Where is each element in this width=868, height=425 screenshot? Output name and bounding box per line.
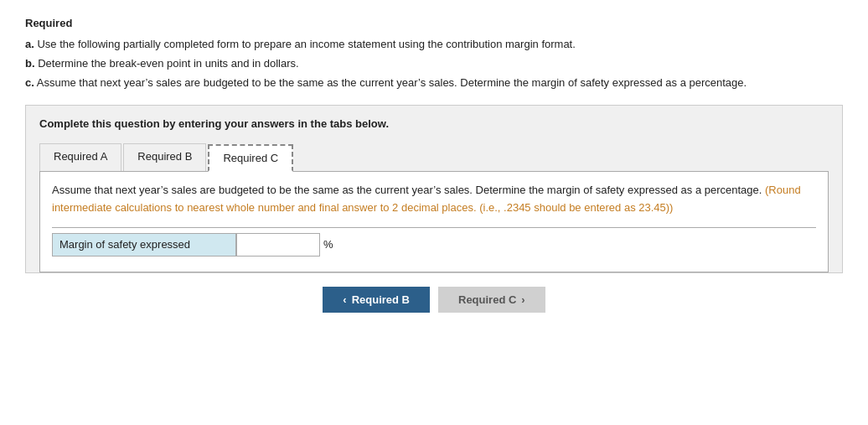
next-icon: › (521, 293, 524, 306)
tab-required-a[interactable]: Required A (39, 143, 121, 171)
margin-input[interactable] (236, 233, 320, 257)
tabs-row: Required A Required B Required C (39, 143, 829, 172)
margin-label: Margin of safety expressed (52, 233, 236, 257)
description-plain: Assume that next year’s sales are budget… (52, 184, 762, 196)
prev-icon: ‹ (343, 293, 346, 306)
nav-buttons: ‹ Required B Required C › (25, 287, 843, 321)
margin-input-wrap: % (236, 233, 333, 257)
instruction-b: Determine the break-even point in units … (38, 57, 298, 70)
next-button[interactable]: Required C › (438, 287, 545, 313)
next-label: Required C (458, 293, 516, 306)
prev-label: Required B (352, 293, 410, 306)
tab-required-c[interactable]: Required C (208, 144, 293, 172)
complete-box: Complete this question by entering your … (25, 105, 843, 273)
tab-required-b[interactable]: Required B (123, 143, 206, 171)
tab-content: Assume that next year’s sales are budget… (39, 172, 829, 272)
required-heading: Required (25, 17, 843, 29)
percent-sign: % (323, 238, 333, 251)
instruction-a: Use the following partially completed fo… (37, 38, 575, 50)
prev-button[interactable]: ‹ Required B (323, 287, 430, 313)
complete-title: Complete this question by entering your … (39, 117, 829, 130)
instructions: a. Use the following partially completed… (25, 36, 843, 91)
tab-description: Assume that next year’s sales are budget… (52, 182, 816, 217)
instruction-c: Assume that next year’s sales are budget… (37, 76, 747, 89)
margin-row: Margin of safety expressed % (52, 227, 816, 262)
